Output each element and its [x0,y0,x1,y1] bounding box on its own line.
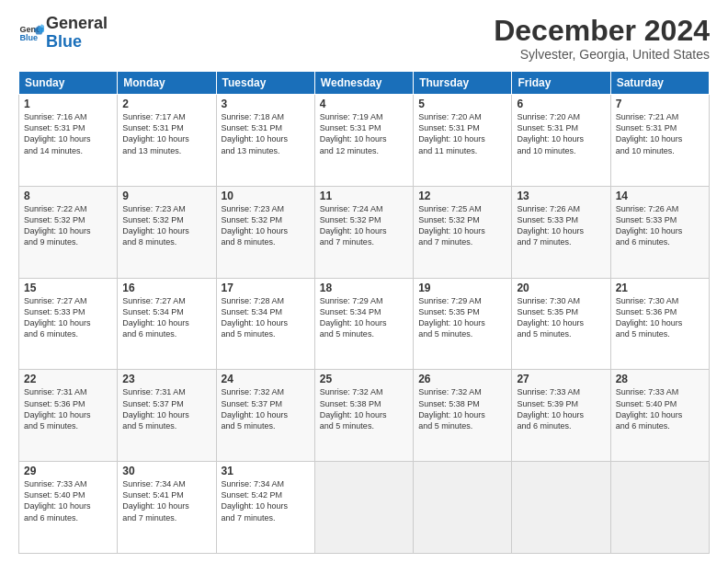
day-info: Sunrise: 7:30 AM Sunset: 5:36 PM Dayligh… [616,295,704,340]
day-number: 10 [222,190,310,202]
day-number: 18 [320,282,408,294]
svg-text:Blue: Blue [19,33,38,42]
calendar-page: General Blue General Blue December 2024 … [0,0,728,563]
day-info: Sunrise: 7:23 AM Sunset: 5:32 PM Dayligh… [222,203,310,248]
calendar-cell: 21Sunrise: 7:30 AM Sunset: 5:36 PM Dayli… [610,278,709,370]
day-info: Sunrise: 7:30 AM Sunset: 5:35 PM Dayligh… [517,295,605,340]
calendar-cell: 29Sunrise: 7:33 AM Sunset: 5:40 PM Dayli… [19,462,118,554]
day-number: 29 [24,465,112,477]
calendar-week-row: 29Sunrise: 7:33 AM Sunset: 5:40 PM Dayli… [19,462,710,554]
calendar-cell: 14Sunrise: 7:26 AM Sunset: 5:33 PM Dayli… [610,186,709,278]
month-title: December 2024 [494,15,710,47]
day-info: Sunrise: 7:20 AM Sunset: 5:31 PM Dayligh… [517,111,605,156]
calendar-cell: 8Sunrise: 7:22 AM Sunset: 5:32 PM Daylig… [19,186,118,278]
calendar-week-row: 1Sunrise: 7:16 AM Sunset: 5:31 PM Daylig… [19,95,710,187]
calendar-cell [512,462,610,554]
calendar-cell: 12Sunrise: 7:25 AM Sunset: 5:32 PM Dayli… [414,186,512,278]
calendar-table: SundayMondayTuesdayWednesdayThursdayFrid… [18,71,710,554]
calendar-cell: 26Sunrise: 7:32 AM Sunset: 5:38 PM Dayli… [414,370,512,462]
day-number: 30 [122,465,210,477]
calendar-cell: 20Sunrise: 7:30 AM Sunset: 5:35 PM Dayli… [512,278,610,370]
day-info: Sunrise: 7:28 AM Sunset: 5:34 PM Dayligh… [222,295,310,340]
day-info: Sunrise: 7:33 AM Sunset: 5:39 PM Dayligh… [517,386,605,431]
calendar-header-sunday: Sunday [19,72,118,95]
calendar-cell: 23Sunrise: 7:31 AM Sunset: 5:37 PM Dayli… [118,370,216,462]
day-number: 1 [24,98,112,110]
calendar-cell: 6Sunrise: 7:20 AM Sunset: 5:31 PM Daylig… [512,95,610,187]
logo: General Blue General Blue [18,15,108,52]
day-info: Sunrise: 7:33 AM Sunset: 5:40 PM Dayligh… [24,478,112,523]
day-info: Sunrise: 7:27 AM Sunset: 5:33 PM Dayligh… [24,295,112,340]
calendar-cell: 28Sunrise: 7:33 AM Sunset: 5:40 PM Dayli… [610,370,709,462]
day-number: 24 [222,373,310,385]
day-info: Sunrise: 7:31 AM Sunset: 5:37 PM Dayligh… [122,386,210,431]
day-number: 31 [222,465,310,477]
day-info: Sunrise: 7:18 AM Sunset: 5:31 PM Dayligh… [222,111,310,156]
day-info: Sunrise: 7:33 AM Sunset: 5:40 PM Dayligh… [616,386,704,431]
calendar-cell: 27Sunrise: 7:33 AM Sunset: 5:39 PM Dayli… [512,370,610,462]
day-info: Sunrise: 7:23 AM Sunset: 5:32 PM Dayligh… [122,203,210,248]
day-number: 11 [320,190,408,202]
calendar-cell [414,462,512,554]
calendar-header-thursday: Thursday [414,72,512,95]
day-number: 27 [517,373,605,385]
day-number: 9 [122,190,210,202]
calendar-cell: 18Sunrise: 7:29 AM Sunset: 5:34 PM Dayli… [314,278,413,370]
day-number: 2 [122,98,210,110]
day-info: Sunrise: 7:27 AM Sunset: 5:34 PM Dayligh… [122,295,210,340]
day-info: Sunrise: 7:20 AM Sunset: 5:31 PM Dayligh… [418,111,506,156]
day-info: Sunrise: 7:22 AM Sunset: 5:32 PM Dayligh… [24,203,112,248]
calendar-cell: 5Sunrise: 7:20 AM Sunset: 5:31 PM Daylig… [414,95,512,187]
day-info: Sunrise: 7:16 AM Sunset: 5:31 PM Dayligh… [24,111,112,156]
day-info: Sunrise: 7:17 AM Sunset: 5:31 PM Dayligh… [122,111,210,156]
day-number: 13 [517,190,605,202]
day-info: Sunrise: 7:32 AM Sunset: 5:38 PM Dayligh… [418,386,506,431]
day-number: 19 [418,282,506,294]
day-number: 25 [320,373,408,385]
day-info: Sunrise: 7:24 AM Sunset: 5:32 PM Dayligh… [320,203,408,248]
calendar-week-row: 15Sunrise: 7:27 AM Sunset: 5:33 PM Dayli… [19,278,710,370]
location-subtitle: Sylvester, Georgia, United States [494,47,710,62]
calendar-cell: 1Sunrise: 7:16 AM Sunset: 5:31 PM Daylig… [19,95,118,187]
calendar-cell: 10Sunrise: 7:23 AM Sunset: 5:32 PM Dayli… [216,186,314,278]
day-info: Sunrise: 7:19 AM Sunset: 5:31 PM Dayligh… [320,111,408,156]
calendar-header-saturday: Saturday [610,72,709,95]
calendar-cell: 24Sunrise: 7:32 AM Sunset: 5:37 PM Dayli… [216,370,314,462]
day-number: 23 [122,373,210,385]
day-info: Sunrise: 7:26 AM Sunset: 5:33 PM Dayligh… [517,203,605,248]
logo-icon: General Blue [18,20,44,46]
day-number: 22 [24,373,112,385]
day-number: 12 [418,190,506,202]
calendar-cell: 19Sunrise: 7:29 AM Sunset: 5:35 PM Dayli… [414,278,512,370]
day-number: 14 [616,190,704,202]
calendar-cell [314,462,413,554]
calendar-cell: 17Sunrise: 7:28 AM Sunset: 5:34 PM Dayli… [216,278,314,370]
day-info: Sunrise: 7:29 AM Sunset: 5:34 PM Dayligh… [320,295,408,340]
day-number: 17 [222,282,310,294]
calendar-cell: 16Sunrise: 7:27 AM Sunset: 5:34 PM Dayli… [118,278,216,370]
day-number: 20 [517,282,605,294]
calendar-cell: 4Sunrise: 7:19 AM Sunset: 5:31 PM Daylig… [314,95,413,187]
day-info: Sunrise: 7:34 AM Sunset: 5:42 PM Dayligh… [222,478,310,523]
day-number: 15 [24,282,112,294]
calendar-header-row: SundayMondayTuesdayWednesdayThursdayFrid… [19,72,710,95]
calendar-cell: 9Sunrise: 7:23 AM Sunset: 5:32 PM Daylig… [118,186,216,278]
day-info: Sunrise: 7:26 AM Sunset: 5:33 PM Dayligh… [616,203,704,248]
calendar-header-tuesday: Tuesday [216,72,314,95]
calendar-cell: 3Sunrise: 7:18 AM Sunset: 5:31 PM Daylig… [216,95,314,187]
calendar-body: 1Sunrise: 7:16 AM Sunset: 5:31 PM Daylig… [19,95,710,554]
calendar-cell: 2Sunrise: 7:17 AM Sunset: 5:31 PM Daylig… [118,95,216,187]
calendar-cell [610,462,709,554]
calendar-header-wednesday: Wednesday [314,72,413,95]
calendar-cell: 11Sunrise: 7:24 AM Sunset: 5:32 PM Dayli… [314,186,413,278]
calendar-cell: 31Sunrise: 7:34 AM Sunset: 5:42 PM Dayli… [216,462,314,554]
calendar-cell: 25Sunrise: 7:32 AM Sunset: 5:38 PM Dayli… [314,370,413,462]
day-info: Sunrise: 7:31 AM Sunset: 5:36 PM Dayligh… [24,386,112,431]
calendar-cell: 22Sunrise: 7:31 AM Sunset: 5:36 PM Dayli… [19,370,118,462]
day-number: 26 [418,373,506,385]
day-info: Sunrise: 7:29 AM Sunset: 5:35 PM Dayligh… [418,295,506,340]
day-number: 7 [616,98,704,110]
calendar-cell: 15Sunrise: 7:27 AM Sunset: 5:33 PM Dayli… [19,278,118,370]
header: General Blue General Blue December 2024 … [18,15,710,62]
calendar-week-row: 8Sunrise: 7:22 AM Sunset: 5:32 PM Daylig… [19,186,710,278]
